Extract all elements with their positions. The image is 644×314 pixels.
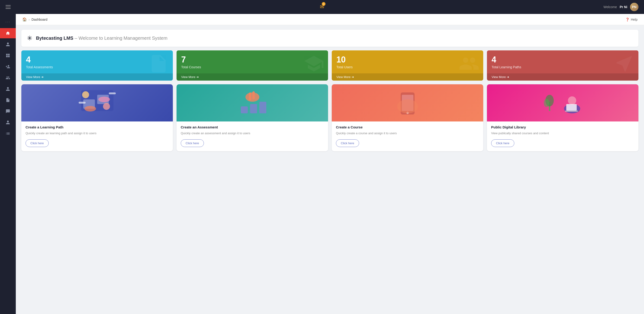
stat-bg-icon-users <box>459 53 480 78</box>
svg-rect-11 <box>259 102 266 113</box>
stat-number-courses: 7 <box>181 56 324 64</box>
sidebar-item-user3[interactable] <box>0 117 16 128</box>
library-body: Public Digital Library View publically s… <box>487 121 638 151</box>
stat-card-assessments: 4 Total Assessments View More ➜ <box>21 50 173 81</box>
sidebar-item-grid[interactable] <box>0 50 16 61</box>
app-body: ··· <box>0 14 644 314</box>
welcome-subtitle: Welcome to Learning Management System <box>78 36 167 41</box>
assessment-desc: Quickly create an assessment and assign … <box>181 131 324 136</box>
library-desc: View publically shared courses and conte… <box>491 131 634 136</box>
course-title: Create a Course <box>336 125 479 129</box>
stat-bg-icon-assessments <box>148 53 169 78</box>
svg-rect-6 <box>109 92 116 94</box>
sidebar-dots: ··· <box>0 16 16 27</box>
username-label: Pr Ni <box>620 5 627 9</box>
library-click-btn[interactable]: Click here <box>491 139 514 147</box>
sidebar-item-profile[interactable] <box>0 39 16 50</box>
learning-path-title: Create a Learning Path <box>26 125 169 129</box>
svg-point-18 <box>397 99 418 113</box>
nav-left <box>6 5 11 9</box>
svg-rect-21 <box>566 104 577 111</box>
welcome-text-wrap: Bytecasting LMS – Welcome to Learning Ma… <box>36 36 168 41</box>
welcome-label: Welcome <box>604 5 617 9</box>
mail-badge: 0 <box>322 2 326 6</box>
stat-number-users: 10 <box>336 56 478 64</box>
action-card-course: Create a Course Quickly create a course … <box>332 84 483 151</box>
stat-label-assessments: Total Assessments <box>26 65 168 69</box>
help-icon: ❓ <box>626 18 630 21</box>
welcome-banner: ✳ Bytecasting LMS – Welcome to Learning … <box>21 30 638 47</box>
stat-card-users: 10 Total Users View More ➜ <box>332 50 483 81</box>
svg-rect-5 <box>79 102 86 104</box>
action-card-learning-path: Create a Learning Path Quickly create an… <box>21 84 173 151</box>
library-image <box>487 84 638 121</box>
assessment-image <box>176 84 328 121</box>
assessment-body: Create an Assessment Quickly create an a… <box>176 121 328 151</box>
learning-path-image <box>21 84 173 121</box>
avatar[interactable]: PN <box>630 3 638 11</box>
svg-rect-14 <box>252 91 255 99</box>
stat-card-learning-paths: 4 Total Learning Paths View More ➜ <box>487 50 638 81</box>
library-title: Public Digital Library <box>491 125 634 129</box>
svg-point-8 <box>98 97 110 102</box>
breadcrumb: 🏠 » Dashboard <box>22 17 47 22</box>
sidebar-item-home[interactable] <box>0 28 16 38</box>
welcome-separator: – <box>73 36 78 41</box>
sidebar-item-chat[interactable] <box>0 106 16 116</box>
action-card-library: Public Digital Library View publically s… <box>487 84 638 151</box>
assessment-title: Create an Assessment <box>181 125 324 129</box>
main-content: 🏠 » Dashboard ❓ Help ✳ Bytecasting LMS –… <box>16 14 644 314</box>
stat-bg-icon-courses <box>304 53 324 78</box>
sidebar-item-document[interactable] <box>0 95 16 105</box>
action-card-assessment: Create an Assessment Quickly create an a… <box>176 84 328 151</box>
svg-point-3 <box>82 91 89 98</box>
help-link[interactable]: ❓ Help <box>626 18 638 21</box>
sidebar: ··· <box>0 14 16 314</box>
svg-point-20 <box>568 96 576 105</box>
stat-card-courses: 7 Total Courses View More ➜ <box>176 50 328 81</box>
course-body: Create a Course Quickly create a course … <box>332 121 483 151</box>
learning-path-body: Create a Learning Path Quickly create an… <box>21 121 173 151</box>
stat-label-paths: Total Learning Paths <box>492 65 634 69</box>
stats-grid: 4 Total Assessments View More ➜ 7 Total … <box>21 50 638 81</box>
sidebar-item-user2[interactable] <box>0 84 16 94</box>
stat-label-users: Total Users <box>336 65 478 69</box>
nav-right: Welcome Pr Ni PN <box>604 3 638 11</box>
svg-point-25 <box>544 99 549 107</box>
top-navigation: ✉ 0 Welcome Pr Ni PN <box>0 0 644 14</box>
action-grid: Create a Learning Path Quickly create an… <box>21 84 638 151</box>
hamburger-menu[interactable] <box>6 5 11 9</box>
breadcrumb-current: Dashboard <box>32 18 48 21</box>
svg-point-4 <box>103 103 110 110</box>
stat-number-paths: 4 <box>492 56 634 64</box>
sidebar-item-list[interactable] <box>0 128 16 139</box>
svg-rect-13 <box>249 92 251 101</box>
breadcrumb-separator: » <box>28 18 30 21</box>
home-icon[interactable]: 🏠 <box>22 17 27 22</box>
mail-button[interactable]: ✉ 0 <box>320 4 324 10</box>
learning-path-desc: Quickly create an learning path and assi… <box>26 131 169 136</box>
svg-rect-9 <box>241 106 248 113</box>
stat-bg-icon-paths <box>614 53 635 78</box>
welcome-title: Bytecasting LMS <box>36 36 73 41</box>
assessment-click-btn[interactable]: Click here <box>181 139 204 147</box>
svg-point-7 <box>84 106 96 112</box>
stat-number-assessments: 4 <box>26 56 168 64</box>
nav-center: ✉ 0 <box>320 4 324 10</box>
learning-path-click-btn[interactable]: Click here <box>26 139 49 147</box>
stat-label-courses: Total Courses <box>181 65 324 69</box>
sun-icon: ✳ <box>27 34 32 42</box>
sidebar-item-add-user[interactable] <box>0 62 16 72</box>
course-click-btn[interactable]: Click here <box>336 139 359 147</box>
svg-rect-10 <box>250 104 257 113</box>
course-image <box>332 84 483 121</box>
avatar-image: PN <box>630 3 638 11</box>
sidebar-item-users[interactable] <box>0 73 16 83</box>
course-desc: Quickly create a course and assign it to… <box>336 131 479 136</box>
breadcrumb-bar: 🏠 » Dashboard ❓ Help <box>16 14 644 25</box>
svg-rect-22 <box>565 111 578 112</box>
help-label: Help <box>631 18 638 21</box>
